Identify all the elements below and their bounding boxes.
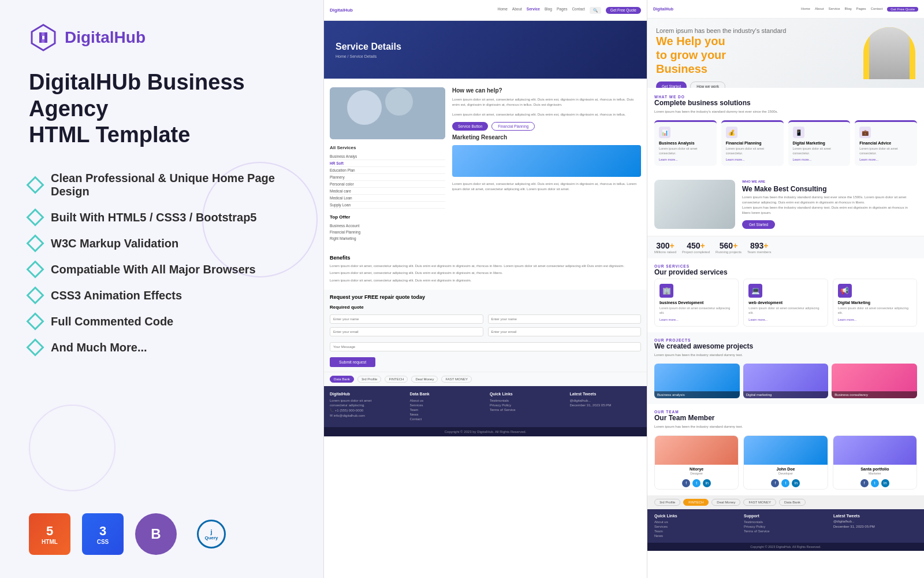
rs-how-we-work-btn[interactable]: How we work (690, 81, 725, 88)
rs-team-section: OUR TEAM Our Team Member Lorem ipsum has… (647, 404, 924, 495)
sc-offer-2: Financial Planning (330, 229, 445, 235)
rs-footer-col-2: Support Testimonials Privacy Policy Term… (744, 514, 828, 538)
sc-tab-profile[interactable]: 3rd Profile (357, 376, 381, 383)
logo-area: DigitalHub (29, 23, 295, 52)
sc-tab-fintech[interactable]: FINTECH (385, 376, 408, 383)
rs-team-card-3: Santa portfolio Marketer f t in (833, 435, 917, 490)
sc-service-link-2[interactable]: HR Soft (330, 160, 445, 167)
rs-tab-fintech[interactable]: FINTECH (683, 499, 709, 506)
sc-footer-about[interactable]: About us (410, 398, 482, 403)
rs-avatar-3 (833, 436, 916, 465)
sc-btn-financial[interactable]: Financial Planning (491, 122, 535, 131)
sc-action-btns: Service Button Financial Planning (452, 122, 641, 131)
sc-service-link-1[interactable]: Business Analys (330, 153, 445, 160)
sc-service-link-8[interactable]: Supply Loan (330, 202, 445, 209)
sc-tab-deal-money[interactable]: Deal Money (411, 376, 438, 383)
rs-tab-profile[interactable]: 3rd Profile (654, 499, 680, 506)
rs-what-subtitle: WHAT WE DO (654, 95, 917, 99)
sc-input-message[interactable] (330, 342, 641, 351)
rs-social-in-1[interactable]: in (703, 479, 711, 487)
rs-social-in-2[interactable]: in (792, 479, 800, 487)
css3-badge: 3 CSS (82, 513, 124, 555)
feature-item-7: And Much More... (29, 341, 295, 354)
sc-input-email-2[interactable] (488, 327, 642, 336)
sc-service-link-3[interactable]: Education Plan (330, 167, 445, 174)
rs-hero-btns: Get Started How we work (656, 81, 855, 88)
rs-tab-fast-money[interactable]: FAST MONEY (743, 499, 776, 506)
rs-social-fb-1[interactable]: f (682, 479, 690, 487)
sc-form-row-1 (330, 314, 641, 324)
sc-service-link-4[interactable]: Plannery (330, 174, 445, 181)
sc-service-link-6[interactable]: Medical care (330, 188, 445, 195)
bootstrap-badge: B (135, 513, 177, 555)
sc-breadcrumb: Home / Service Details (336, 54, 401, 58)
sc-input-name-2[interactable] (488, 314, 642, 324)
rs-team-card-1: Nitorye Designer f t in (654, 435, 739, 490)
sc-top-offer-title: Top Offer (330, 214, 445, 220)
rs-proj-title: We created awesome projects (654, 342, 917, 350)
rs-team-socials-1: f t in (655, 477, 738, 489)
sc-hero-title: Service Details (336, 41, 401, 52)
rs-nav-links: Home About Service Blog Pages Contact Ge… (801, 7, 918, 12)
rs-team-role-1: Designer (655, 472, 738, 477)
rs-team-cards: Nitorye Designer f t in John Doe Develop… (654, 435, 917, 490)
rs-card-link-3[interactable]: Learn more... (793, 158, 846, 161)
sc-input-name[interactable] (330, 314, 483, 324)
sc-service-link-7[interactable]: Medical Loan (330, 195, 445, 202)
rs-team-role-3: Marketer (833, 472, 916, 477)
rs-card-link-1[interactable]: Learn more... (659, 158, 712, 161)
rs-social-tw-1[interactable]: t (692, 479, 701, 487)
rs-hero-figure (863, 27, 915, 79)
sc-tabs-row: Data Bank 3rd Profile FINTECH Deal Money… (324, 372, 647, 386)
sc-footer-news[interactable]: News (410, 412, 482, 417)
rs-team-card-2: John Doe Developer f t in (743, 435, 828, 490)
sc-submit-button[interactable]: Submit request (330, 357, 375, 367)
sc-btn-service[interactable]: Service Button (452, 122, 488, 131)
rs-consulting-img (654, 180, 735, 229)
diamond-icon-5 (26, 287, 44, 305)
rs-what-cards: 📊 Business Analysis Lorem ipsum dolor si… (654, 120, 917, 166)
sc-offer-1: Business Account (330, 223, 445, 229)
rs-tab-data-bank[interactable]: Data Bank (779, 499, 806, 506)
rs-social-fb-2[interactable]: f (771, 479, 779, 487)
sc-service-link-5[interactable]: Personal color (330, 181, 445, 188)
features-list: Clean Professional & Unique Home Page De… (29, 172, 295, 354)
rs-social-fb-3[interactable]: f (860, 479, 869, 487)
rs-card-title-1: Business Analysis (659, 141, 712, 145)
rs-team-name-1: Nitorye (655, 465, 738, 472)
rs-social-tw-2[interactable]: t (781, 479, 789, 487)
sc-footer-contact[interactable]: Contact (410, 417, 482, 421)
rs-srv-link-2[interactable]: Learn more... (748, 318, 822, 321)
left-panel: DigitalHub DigitalHUb Business Agency HT… (0, 0, 323, 578)
rs-tab-deal-money[interactable]: Deal Money (711, 499, 740, 506)
jquery-badge: j Query (188, 513, 234, 555)
rs-stat-1: 300+ Millions raised (654, 241, 676, 254)
sc-footer: DigitalHub Lorem ipsum dolor sit amet co… (324, 386, 647, 427)
sc-tab-data-bank[interactable]: Data Bank (330, 376, 354, 383)
rs-card-icon-3: 📱 (793, 127, 804, 138)
sc-right-col: How we can help? Lorem ipsum dolor sit a… (452, 87, 641, 242)
rs-srv-card-3: 📢 Digital Marketing Lorem ipsum dolor si… (833, 279, 917, 326)
sc-how-title: How we can help? (452, 87, 641, 94)
rs-avatar-1 (655, 436, 738, 465)
sc-repair-title: Request your FREE repair quote today (330, 294, 641, 300)
rs-social-in-3[interactable]: in (881, 479, 889, 487)
sc-footer-team[interactable]: Team (410, 407, 482, 412)
feature-item-6: Full Commented Code (29, 315, 295, 328)
rs-team-name-2: John Doe (744, 465, 827, 472)
rs-footer-col-1: Quick Links About us Services Team News (654, 514, 738, 538)
rs-card-link-4[interactable]: Learn more... (859, 158, 912, 161)
rs-srv-link-1[interactable]: Learn more... (660, 318, 733, 321)
rs-consulting-btn[interactable]: Get Started (742, 220, 775, 229)
rs-srv-link-3[interactable]: Learn more... (838, 318, 912, 321)
sc-tab-fast-money[interactable]: FAST MONEY (441, 376, 472, 383)
rs-card-link-2[interactable]: Learn more... (726, 158, 779, 161)
rs-srv-card-2: 💻 web development Lorem ipsum dolor sit … (743, 279, 828, 326)
rs-social-tw-3[interactable]: t (871, 479, 879, 487)
sc-input-email[interactable] (330, 327, 483, 336)
logo-icon (29, 23, 58, 52)
html5-badge: 5 HTML (29, 513, 70, 555)
sc-hero: Service Details Home / Service Details (324, 21, 647, 79)
sc-footer-services[interactable]: Services (410, 403, 482, 407)
rs-get-started-btn[interactable]: Get Started (656, 81, 687, 88)
